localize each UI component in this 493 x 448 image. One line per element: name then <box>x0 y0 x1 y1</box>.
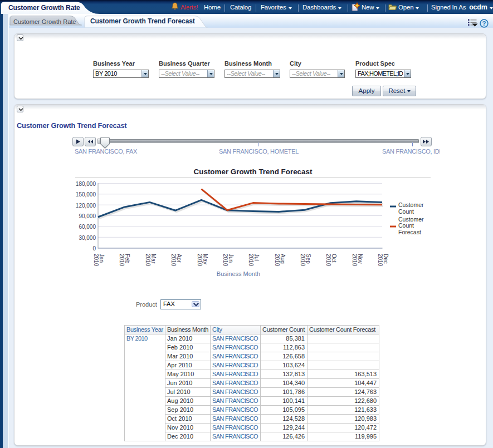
svg-text:150,000: 150,000 <box>76 191 96 198</box>
svg-text:90,000: 90,000 <box>79 213 96 219</box>
svg-text:0: 0 <box>92 245 96 252</box>
svg-text:Customer: Customer <box>398 216 424 223</box>
svg-text:Count: Count <box>398 222 414 229</box>
svg-text:Mar2010: Mar2010 <box>145 254 157 267</box>
svg-text:Aug2010: Aug2010 <box>274 254 286 267</box>
svg-text:30,000: 30,000 <box>79 235 96 241</box>
svg-text:Jun2010: Jun2010 <box>222 254 234 267</box>
svg-text:Jan2010: Jan2010 <box>93 254 105 267</box>
svg-text:Oct2010: Oct2010 <box>325 254 337 267</box>
svg-text:Feb2010: Feb2010 <box>119 254 130 267</box>
svg-text:Dec2010: Dec2010 <box>377 254 389 267</box>
svg-text:Apr2010: Apr2010 <box>170 254 182 267</box>
svg-text:Jul2010: Jul2010 <box>248 254 260 267</box>
svg-text:Count: Count <box>398 208 414 215</box>
svg-text:Nov2010: Nov2010 <box>352 254 363 267</box>
svg-text:Forecast: Forecast <box>398 229 421 235</box>
svg-text:180,000: 180,000 <box>76 181 96 187</box>
svg-text:Sep2010: Sep2010 <box>300 254 311 267</box>
svg-text:Customer Growth Trend Forecast: Customer Growth Trend Forecast <box>194 168 313 176</box>
svg-text:120,000: 120,000 <box>76 203 96 209</box>
svg-text:Business Month: Business Month <box>217 270 260 277</box>
svg-text:Customer: Customer <box>398 201 424 208</box>
svg-text:60,000: 60,000 <box>79 224 96 230</box>
svg-text:May2010: May2010 <box>197 254 208 267</box>
